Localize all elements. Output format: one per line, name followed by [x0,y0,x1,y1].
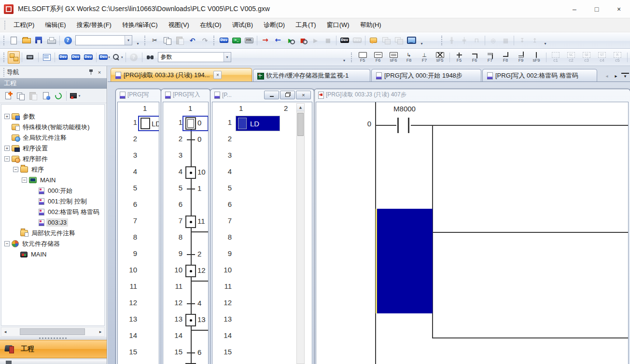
debug-window-button[interactable]: ▦ [500,34,512,47]
sfc-st-button[interactable]: STc4 [595,51,610,64]
toolbar-overflow-button[interactable]: ▾ [419,34,425,47]
find-replace-button[interactable] [144,51,156,64]
nav-refresh-button[interactable] [52,90,64,102]
step-execution-button[interactable]: ╫ [446,34,458,47]
tab-close-button[interactable]: × [213,71,222,79]
print-button[interactable] [45,34,57,47]
vertical-line-write-button[interactable]: ⊥F7 [417,51,432,64]
close-contact-or-button[interactable]: sF6 [386,51,401,64]
document-tab-1[interactable]: 软元件/缓冲存储器批量监视-1 [253,69,370,81]
menu-item-0[interactable]: 工程(P) [8,18,40,32]
window-b-sfc-grid[interactable]: 1 12345678910111213141500101112124136 [163,102,209,364]
project-view-button[interactable]: 工程 [0,340,107,358]
window-a-grid[interactable]: 1 LD 123456789101112131415 [117,102,159,364]
quick-access-combo[interactable]: ▾ [75,35,132,45]
device-batch-monitor-button[interactable]: Dev [70,51,82,64]
tab-list-button[interactable]: ▾ [621,73,629,79]
child-minimize-button[interactable] [264,91,279,99]
line-cross-button[interactable]: F5 [452,51,467,64]
sfc-cell-selected[interactable]: LD [138,116,159,131]
program-check-button[interactable]: >_ [230,34,242,47]
hscroll-right-button[interactable]: ▸ [97,327,104,336]
coil-write-button[interactable]: sF5 [433,51,448,64]
comment-display-button[interactable] [367,34,379,47]
output-window-button[interactable] [41,51,53,64]
toolbar-grip[interactable] [351,53,353,62]
open-contact-button[interactable]: F5 [355,51,370,64]
cut-button[interactable]: ✂ [149,34,161,47]
navigation-window-toggle[interactable] [8,51,20,64]
nav-paste-button[interactable] [27,90,39,102]
corner-bottom-button[interactable]: F8 [498,51,513,64]
navigation-splitter[interactable] [0,337,107,340]
minimize-button[interactable]: – [563,0,586,18]
next-tab-button[interactable]: ▸ [612,71,620,80]
window-a-titlebar[interactable]: [PRG]写 [116,89,161,100]
monitor-stop-all-button[interactable]: ■ [322,34,334,47]
find-target-combo-dropdown[interactable]: ▾ [224,53,231,62]
menu-item-1[interactable]: 编辑(E) [40,18,71,32]
tree-item-program-setting[interactable]: +程序设置 [1,143,104,153]
maximize-button[interactable]: □ [586,0,608,18]
corner-top-2-button[interactable]: F7 [483,51,498,64]
corner-top-button[interactable]: F6 [467,51,482,64]
child-close-button[interactable]: × [296,91,311,99]
menu-item-10[interactable]: 帮助(H) [355,18,387,32]
sfc-r-button[interactable]: Rc5 [610,51,625,64]
vertical-line-button[interactable]: sF9 [529,51,544,64]
toolbar-grip[interactable] [213,36,215,45]
tree-item-global-device-comment[interactable]: 全局软元件注释 [1,133,104,143]
tree-expander-main-program[interactable]: − [22,177,27,183]
navigation-hscrollbar[interactable]: ◂ ▸ [1,327,105,337]
write-to-plc-button[interactable]: → [259,34,271,47]
toolbar-grip[interactable] [3,53,5,62]
window-b-titlebar[interactable]: [PRG]写入 [161,89,210,100]
menu-item-6[interactable]: 调试(B) [227,18,258,32]
child-restore-button[interactable] [280,91,295,99]
help-2-button[interactable]: ? [128,51,140,64]
debug-device-find-button[interactable]: ◎ [487,34,499,47]
tree-item-program[interactable]: −程序 [1,164,104,175]
user-library-button-partial[interactable] [0,359,107,364]
panel-grip[interactable] [3,68,5,77]
ladder-selection-block[interactable] [376,209,433,313]
document-tab-2[interactable]: [PRG]写入 000:开始 1948步 [371,69,481,81]
device-buffer-monitor-button[interactable]: Dev [351,34,363,47]
window-c-titlebar[interactable]: [P... × [210,89,314,100]
monitor-start-all-button[interactable]: ▶ [309,34,322,47]
sfc-cell-selected[interactable]: LD [236,116,280,131]
partial-execution-button[interactable]: ╪ [458,34,470,47]
branch-write-button[interactable]: ↳F8 [402,51,417,64]
tree-item-prg-000[interactable]: 000:开始 [1,186,104,196]
menu-item-8[interactable]: 工具(T) [290,18,322,32]
quick-access-combo-dropdown[interactable]: ▾ [125,36,132,45]
project-tree[interactable]: +参数特殊模块(智能功能模块)全局软元件注释+程序设置−程序部件−程序−MAIN… [1,104,105,326]
toolbar-grip[interactable] [441,36,443,45]
open-project-button[interactable] [20,34,32,47]
close-contact-button[interactable]: F6 [371,51,386,64]
tree-item-main-program[interactable]: −MAIN [1,175,104,185]
ladder-editor[interactable]: 0 M8000 [316,102,629,364]
document-tab-0[interactable]: [PRG]读取 003:J3 (只读) 194...× [111,68,252,81]
tree-item-device-memory-main[interactable]: MAIN [1,249,104,259]
cross-reference-button[interactable] [380,34,392,47]
new-project-button[interactable] [8,34,20,47]
copy-button[interactable] [161,34,173,47]
tree-item-parameter[interactable]: +参数 [1,111,104,121]
vscroll-up-button[interactable]: ▲ [297,104,304,111]
pc-monitor-button[interactable] [405,34,417,47]
nav-sort-device-button[interactable]: ▾ [69,90,81,102]
intelligent-function-button[interactable]: HK [243,34,255,47]
skip-range-start-button[interactable]: ↧ [516,34,528,47]
window-c-grid[interactable]: 1 2 LD ▲ 123456789101112131415 [212,102,312,364]
monitor-start-button[interactable]: ▶ [284,34,296,47]
pulse-execution-button[interactable]: ⊓ [471,34,483,47]
tree-expander-program-setting[interactable]: + [4,146,10,151]
undo-button[interactable]: ↶ [186,34,198,47]
tree-item-special-module[interactable]: 特殊模块(智能功能模块) [1,122,104,132]
device-search-button[interactable]: ▾ [111,51,124,64]
toolbar-grip[interactable] [3,36,5,45]
device-comment-button[interactable]: Dev [57,51,69,64]
device-find-button[interactable]: Dev [218,34,230,47]
menu-item-3[interactable]: 转换/编译(C) [117,18,163,32]
